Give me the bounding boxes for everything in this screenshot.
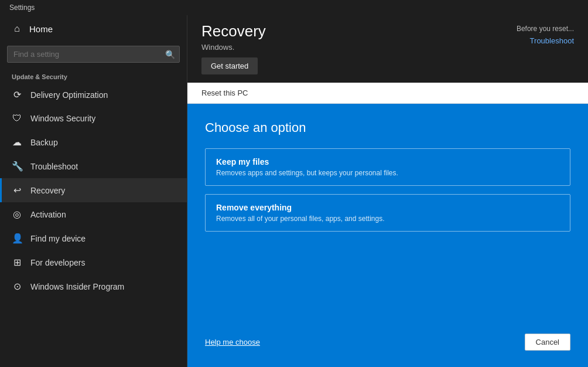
- before-text: Before you reset...: [517, 25, 574, 33]
- content-area: Recovery Windows. Get started Before you…: [187, 15, 588, 367]
- keep-my-files-title: Keep my files: [216, 157, 559, 166]
- section-bar-label: Reset this PC: [201, 89, 248, 97]
- search-box: 🔍: [7, 46, 180, 63]
- delivery-optimization-icon: ⟳: [12, 89, 22, 100]
- activation-icon: ◎: [12, 209, 22, 220]
- remove-everything-description: Removes all of your personal files, apps…: [216, 215, 559, 223]
- for-developers-icon: ⊞: [12, 257, 22, 268]
- section-bar: Reset this PC: [187, 83, 588, 104]
- sidebar-item-delivery-optimization[interactable]: ⟳ Delivery Optimization: [0, 83, 187, 107]
- sidebar-item-troubleshoot[interactable]: 🔧 Troubleshoot: [0, 154, 187, 178]
- sidebar-item-home[interactable]: ⌂ Home: [0, 15, 187, 42]
- nav-label-troubleshoot: Troubleshoot: [30, 162, 78, 171]
- sidebar-item-activation[interactable]: ◎ Activation: [0, 202, 187, 226]
- nav-label-for-developers: For developers: [30, 258, 85, 267]
- remove-everything-option[interactable]: Remove everything Removes all of your pe…: [205, 194, 570, 232]
- section-label: Update & Security: [0, 69, 187, 83]
- nav-label-backup: Backup: [30, 138, 58, 147]
- nav-label-recovery: Recovery: [30, 186, 65, 195]
- help-me-choose-link[interactable]: Help me choose: [205, 338, 260, 346]
- sidebar-item-windows-security[interactable]: 🛡 Windows Security: [0, 107, 187, 130]
- nav-label-activation: Activation: [30, 210, 66, 219]
- nav-label-find-my-device: Find my device: [30, 234, 86, 243]
- sidebar-item-windows-insider-program[interactable]: ⊙ Windows Insider Program: [0, 274, 187, 298]
- cancel-button[interactable]: Cancel: [525, 334, 570, 351]
- app-title: Settings: [9, 4, 35, 12]
- page-title: Recovery: [201, 22, 266, 40]
- sidebar: ⌂ Home 🔍 Update & Security ⟳ Delivery Op…: [0, 15, 187, 367]
- page-subtitle: Windows.: [201, 43, 266, 52]
- recovery-icon: ↩: [12, 185, 22, 196]
- reset-panel: Choose an option Keep my files Removes a…: [187, 104, 588, 367]
- nav-label-windows-security: Windows Security: [30, 114, 95, 123]
- windows-insider-icon: ⊙: [12, 281, 22, 292]
- keep-my-files-option[interactable]: Keep my files Removes apps and settings,…: [205, 148, 570, 186]
- sidebar-item-find-my-device[interactable]: 👤 Find my device: [0, 226, 187, 250]
- app-title-bar: Settings: [0, 0, 588, 15]
- search-input[interactable]: [7, 46, 180, 63]
- content-header: Recovery Windows. Get started Before you…: [187, 15, 588, 83]
- troubleshoot-link[interactable]: Troubleshoot: [530, 36, 574, 45]
- keep-my-files-description: Removes apps and settings, but keeps you…: [216, 169, 559, 177]
- backup-icon: ☁: [12, 137, 22, 148]
- troubleshoot-icon: 🔧: [12, 161, 22, 172]
- windows-security-icon: 🛡: [12, 113, 22, 124]
- choose-option-heading: Choose an option: [205, 120, 570, 135]
- nav-label-windows-insider-program: Windows Insider Program: [30, 282, 124, 291]
- find-my-device-icon: 👤: [12, 233, 22, 244]
- search-icon: 🔍: [165, 50, 175, 59]
- sidebar-home-label: Home: [29, 24, 53, 34]
- panel-footer: Help me choose Cancel: [205, 324, 570, 351]
- home-icon: ⌂: [12, 23, 22, 34]
- sidebar-item-recovery[interactable]: ↩ Recovery: [0, 178, 187, 202]
- sidebar-item-backup[interactable]: ☁ Backup: [0, 130, 187, 154]
- get-started-button[interactable]: Get started: [201, 57, 258, 74]
- remove-everything-title: Remove everything: [216, 203, 559, 212]
- nav-label-delivery-optimization: Delivery Optimization: [30, 90, 108, 100]
- sidebar-item-for-developers[interactable]: ⊞ For developers: [0, 250, 187, 274]
